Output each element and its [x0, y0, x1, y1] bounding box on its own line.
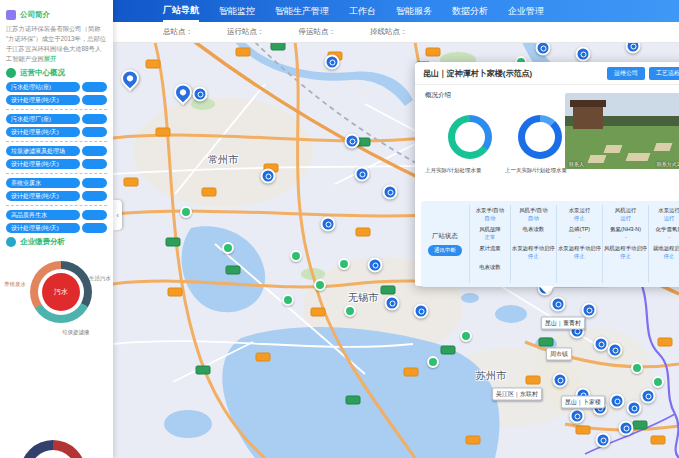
station-marker-blue[interactable]: [193, 87, 208, 102]
status-column-5: 水泵运行运行化学需氧量-就地远程启停停止: [648, 205, 679, 283]
road-shield: [539, 338, 554, 347]
popup-button-2[interactable]: 工艺流程: [649, 67, 679, 80]
road-shield: [156, 128, 171, 137]
road-shield: [168, 288, 183, 297]
nav-item-3[interactable]: 智能生产管理: [275, 1, 329, 21]
road-shield: [651, 436, 666, 445]
station-marker-green[interactable]: [314, 279, 326, 291]
station-marker-blue[interactable]: [553, 373, 568, 388]
secondary-donut-chart: [20, 440, 86, 458]
station-marker-blue[interactable]: [368, 258, 383, 273]
status-key: 化学需氧量: [650, 226, 679, 233]
status-value: 正常: [471, 234, 509, 241]
station-marker-blue[interactable]: [594, 337, 609, 352]
station-marker-blue[interactable]: [641, 389, 656, 404]
status-value: 运行: [650, 215, 679, 222]
road-shield: [441, 346, 456, 355]
station-marker-green[interactable]: [427, 356, 439, 368]
photo-captions: 联系人 联系方式187: [565, 161, 679, 167]
station-stat-bar: 总站点：运行站点：停运站点：掉线站点：: [113, 22, 679, 43]
station-marker-blue[interactable]: [345, 134, 360, 149]
pin-dot: [179, 88, 187, 96]
stat-label-pill: 设计处理量(吨/天): [6, 191, 80, 201]
nav-item-2[interactable]: 智能监控: [219, 1, 255, 21]
station-marker-green[interactable]: [338, 258, 350, 270]
stat-row: 污水处理厂(座): [6, 114, 107, 124]
divider: [6, 205, 107, 206]
stat-value-pill: [82, 95, 107, 105]
station-marker-green[interactable]: [282, 294, 294, 306]
station-marker-green[interactable]: [180, 206, 192, 218]
station-marker-blue[interactable]: [619, 421, 634, 436]
station-marker-blue[interactable]: [627, 401, 642, 416]
sidebar-collapse-handle[interactable]: ‹: [113, 200, 122, 230]
nav-item-4[interactable]: 工作台: [349, 1, 376, 21]
status-cell: 电表读数: [512, 226, 555, 241]
station-marker-blue[interactable]: [385, 296, 400, 311]
payment-analysis-icon: [6, 237, 16, 247]
stat-value-pill: [82, 127, 107, 137]
comm-status-badge[interactable]: 通讯中断: [428, 245, 462, 256]
station-marker-green[interactable]: [344, 305, 356, 317]
nav-item-6[interactable]: 数据分析: [452, 1, 488, 21]
road-shield: [202, 188, 217, 197]
nav-item-1[interactable]: 厂站导航: [163, 0, 199, 22]
stat-label-pill: 污水处理厂(座): [6, 114, 80, 124]
station-marker-blue[interactable]: [610, 394, 625, 409]
stat-label-pill: 养殖业废水: [6, 178, 80, 188]
status-column-3: 水泵运行停止总磷(TP)-水泵远程手动启停停止: [556, 205, 602, 283]
map-canvas[interactable]: ‹ 昆山｜淀神潭村卜家楼(示范点) 运维公司工艺流程 概况介绍 上月实际/计划处…: [113, 42, 679, 458]
payment-donut-center: 污水: [42, 273, 80, 311]
map-station-label-1[interactable]: 昆山｜董青村: [541, 317, 585, 330]
status-key: 就地远程启停: [650, 245, 679, 252]
station-status-panel: 厂站状态 通讯中断 水泵手/自动自动风机故障正常累计流量电表读数风机手/自动自动…: [421, 201, 679, 287]
station-marker-green[interactable]: [290, 250, 302, 262]
expand-link[interactable]: 展开: [44, 55, 57, 62]
station-marker-green[interactable]: [652, 376, 664, 388]
status-cell: 风机运行运行: [604, 207, 647, 222]
map-station-label-4[interactable]: 昆山｜卜家楼: [561, 396, 605, 409]
station-marker-blue[interactable]: [261, 169, 276, 184]
top-nav: 厂站导航智能监控智能生产管理工作台智能服务数据分析企业管理: [113, 0, 679, 22]
station-marker-blue[interactable]: [325, 55, 340, 70]
road-shield: [426, 48, 441, 57]
station-marker-green[interactable]: [222, 242, 234, 254]
station-marker-blue[interactable]: [576, 47, 591, 62]
status-value: 停止: [558, 215, 601, 222]
popup-button-1[interactable]: 运维公司: [607, 67, 645, 80]
stat-label-pill: 设计处理量(吨/天): [6, 223, 80, 233]
stat-row: 设计处理量(吨/天): [6, 191, 107, 201]
station-marker-green[interactable]: [460, 330, 472, 342]
city-label-1: 常州市: [208, 153, 238, 167]
station-marker-blue[interactable]: [321, 217, 336, 232]
stat-label-pill: 设计处理量(吨/天): [6, 159, 80, 169]
stat-item-4: 掉线站点：: [370, 27, 408, 37]
nav-item-5[interactable]: 智能服务: [396, 1, 432, 21]
station-marker-blue[interactable]: [608, 343, 623, 358]
nav-item-7[interactable]: 企业管理: [508, 1, 544, 21]
station-marker-blue[interactable]: [596, 433, 611, 448]
station-marker-blue[interactable]: [551, 297, 566, 312]
road-shield: [311, 308, 326, 317]
status-cell: 化学需氧量-: [650, 226, 679, 241]
stat-value-pill: [82, 146, 107, 156]
station-marker-green[interactable]: [631, 362, 643, 374]
station-marker-blue[interactable]: [570, 409, 585, 424]
stat-row: 垃圾渗滤液及处理场: [6, 146, 107, 156]
station-photo: 联系人 联系方式187: [565, 93, 679, 169]
station-marker-blue[interactable]: [414, 304, 429, 319]
ops-stats: 污水处理站(座)设计处理量(吨/天)污水处理厂(座)设计处理量(吨/天)垃圾渗滤…: [6, 82, 107, 233]
stat-value-pill: [82, 191, 107, 201]
station-marker-blue[interactable]: [355, 167, 370, 182]
popup-title: 昆山｜淀神潭村卜家楼(示范点): [423, 68, 603, 79]
map-station-label-3[interactable]: 吴江区｜东联村: [492, 388, 542, 401]
map-station-label-2[interactable]: 周市镇: [546, 348, 572, 361]
road-shield: [166, 238, 181, 247]
road-shield: [404, 368, 419, 377]
status-cell: 风机远程手动启停停止: [604, 245, 647, 260]
stat-value-pill: [82, 114, 107, 124]
station-marker-blue[interactable]: [582, 303, 597, 318]
stat-row: 污水处理站(座): [6, 82, 107, 92]
station-marker-blue[interactable]: [383, 185, 398, 200]
status-key: 电表读数: [512, 226, 555, 233]
